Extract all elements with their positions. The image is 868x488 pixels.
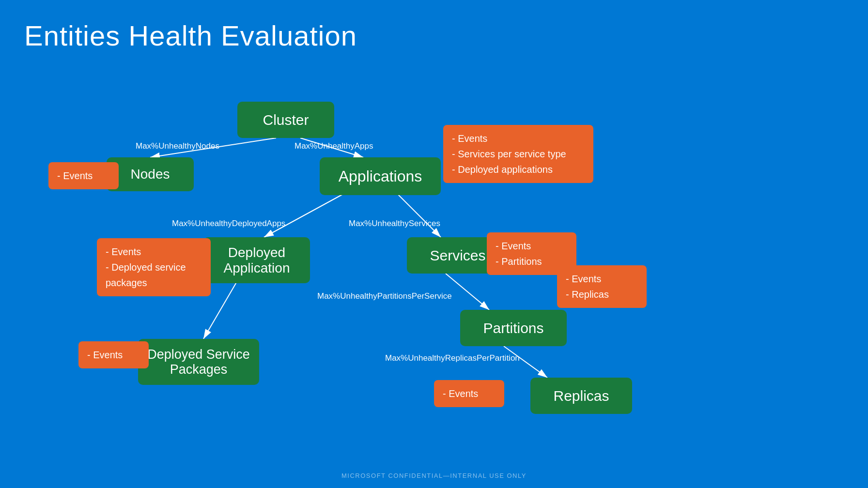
svg-line-4 [397, 194, 441, 237]
replicas-label: Replicas [553, 388, 609, 404]
cluster-box: Cluster [237, 102, 334, 138]
deployed-service-packages-label: Deployed Service Packages [147, 347, 250, 377]
deployed-application-label: Deployed Application [224, 245, 290, 276]
partitions-events-item: Events [566, 271, 638, 287]
page-title: Entities Health Evaluation [24, 19, 357, 52]
svg-line-3 [264, 194, 344, 237]
app-policy-services: Services per service type [452, 146, 585, 162]
deployed-app-events-box: Events Deployed service packages [97, 238, 211, 296]
svg-line-6 [446, 274, 489, 310]
services-label: Services [430, 247, 485, 264]
app-policy-deployed: Deployed applications [452, 162, 585, 177]
app-policy-events: Events [452, 131, 585, 146]
cluster-label: Cluster [263, 112, 309, 128]
nodes-events-box: Events [48, 162, 119, 189]
deployed-application-box: Deployed Application [203, 237, 310, 283]
deployed-app-svc-packages-item: Deployed service packages [106, 259, 202, 290]
max-unhealthy-apps-label: Max%UnhealthyApps [294, 141, 373, 151]
max-unhealthy-services-label: Max%UnhealthyServices [349, 219, 440, 229]
applications-label: Applications [339, 168, 422, 185]
footer-text: MICROSOFT CONFIDENTIAL—INTERNAL USE ONLY [341, 472, 527, 479]
partitions-replicas-item: Replicas [566, 287, 638, 302]
max-unhealthy-nodes-label: Max%UnhealthyNodes [136, 141, 219, 151]
replicas-events-item: Events [443, 386, 496, 401]
deployed-service-packages-box: Deployed Service Packages [138, 339, 259, 385]
partitions-box: Partitions [460, 310, 567, 346]
partitions-events-box: Events Replicas [557, 265, 647, 308]
nodes-label: Nodes [131, 167, 170, 182]
deployed-app-events-item: Events [106, 244, 202, 259]
partitions-label: Partitions [483, 320, 543, 336]
max-unhealthy-partitions-label: Max%UnhealthyPartitionsPerService [317, 291, 452, 301]
replicas-events-box: Events [434, 380, 504, 407]
applications-box: Applications [320, 157, 441, 195]
deployed-svc-pkg-events-item: Events [87, 347, 140, 363]
nodes-events-item: Events [57, 168, 110, 183]
services-partitions-item: Partitions [496, 254, 568, 269]
replicas-box: Replicas [530, 378, 632, 414]
services-events-item: Events [496, 238, 568, 254]
max-unhealthy-replicas-label: Max%UnhealthyReplicasPerPartition [385, 353, 520, 363]
max-unhealthy-deployed-apps-label: Max%UnhealthyDeployedApps [172, 219, 285, 229]
deployed-svc-pkg-events-box: Events [78, 341, 149, 368]
nodes-box: Nodes [107, 157, 194, 191]
app-health-policies-box: Events Services per service type Deploye… [443, 125, 593, 183]
